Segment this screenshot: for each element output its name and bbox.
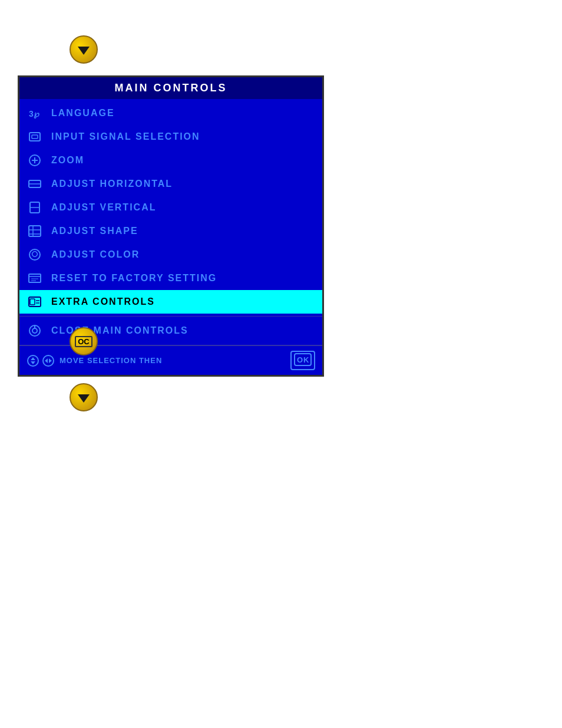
adjust-vertical-icon bbox=[27, 199, 43, 216]
close-main-icon bbox=[27, 322, 43, 339]
gold-circle-top[interactable] bbox=[70, 35, 98, 64]
svg-point-23 bbox=[32, 328, 37, 333]
menu-item-zoom[interactable]: ZOOM bbox=[19, 149, 322, 172]
reset-factory-label: RESET TO FACTORY SETTING bbox=[51, 273, 217, 284]
svg-marker-27 bbox=[31, 361, 35, 364]
svg-marker-29 bbox=[45, 358, 48, 363]
extra-controls-icon bbox=[27, 294, 43, 310]
adjust-shape-label: ADJUST SHAPE bbox=[51, 226, 138, 236]
gold-circle-bottom[interactable] bbox=[70, 383, 98, 411]
oc-text-icon: OC bbox=[75, 336, 92, 347]
menu-item-language[interactable]: 3℘ LANGUAGE bbox=[19, 101, 322, 125]
left-right-nav-icon bbox=[42, 354, 55, 367]
svg-rect-14 bbox=[29, 274, 41, 282]
oc-gold-circle[interactable]: OC bbox=[70, 327, 98, 355]
menu-list: 3℘ LANGUAGE INPUT SIGNAL SELECTION bbox=[19, 99, 322, 345]
svg-rect-2 bbox=[32, 135, 38, 139]
svg-marker-26 bbox=[31, 357, 35, 360]
menu-item-adjust-horizontal[interactable]: ADJUST HORIZONTAL bbox=[19, 172, 322, 196]
down-triangle-icon bbox=[78, 47, 90, 55]
adjust-horizontal-icon bbox=[27, 176, 43, 192]
menu-item-input-signal[interactable]: INPUT SIGNAL SELECTION bbox=[19, 125, 322, 149]
language-label: LANGUAGE bbox=[51, 108, 115, 118]
menu-item-extra-controls[interactable]: EXTRA CONTROLS bbox=[19, 290, 322, 314]
extra-controls-label: EXTRA CONTROLS bbox=[51, 297, 155, 307]
bottom-bar-label: MOVE SELECTION THEN bbox=[59, 356, 286, 365]
language-icon: 3℘ bbox=[27, 105, 43, 121]
input-signal-label: INPUT SIGNAL SELECTION bbox=[51, 131, 200, 142]
ok-icon: OK bbox=[294, 353, 312, 366]
oc-badge-button[interactable]: OC bbox=[70, 327, 98, 355]
input-signal-icon bbox=[27, 129, 43, 145]
bottom-bar: MOVE SELECTION THEN OK bbox=[19, 345, 322, 375]
menu-item-reset-factory[interactable]: RESET TO FACTORY SETTING bbox=[19, 266, 322, 290]
ok-badge: OK bbox=[290, 351, 315, 370]
svg-rect-1 bbox=[29, 133, 40, 141]
svg-text:OK: OK bbox=[297, 355, 310, 364]
nav-icons bbox=[27, 354, 55, 367]
svg-rect-19 bbox=[30, 299, 35, 305]
adjust-color-label: ADJUST COLOR bbox=[51, 249, 140, 260]
adjust-shape-icon bbox=[27, 223, 43, 239]
bottom-down-arrow-button[interactable] bbox=[70, 383, 98, 411]
menu-item-adjust-shape[interactable]: ADJUST SHAPE bbox=[19, 219, 322, 243]
menu-divider bbox=[19, 316, 322, 317]
svg-point-28 bbox=[43, 355, 54, 366]
up-down-nav-icon bbox=[27, 354, 39, 367]
svg-point-25 bbox=[28, 355, 38, 366]
down-triangle-icon-bottom bbox=[78, 394, 90, 403]
reset-factory-icon bbox=[27, 270, 43, 286]
panel-title: MAIN CONTROLS bbox=[19, 77, 322, 99]
zoom-icon bbox=[27, 152, 43, 169]
main-controls-panel: MAIN CONTROLS 3℘ LANGUAGE INPUT SIGNAL S… bbox=[18, 75, 324, 377]
svg-rect-10 bbox=[29, 226, 41, 236]
top-down-arrow-button[interactable] bbox=[70, 35, 98, 64]
adjust-horizontal-label: ADJUST HORIZONTAL bbox=[51, 179, 173, 189]
zoom-label: ZOOM bbox=[51, 155, 84, 166]
adjust-color-icon bbox=[27, 246, 43, 263]
menu-item-adjust-vertical[interactable]: ADJUST VERTICAL bbox=[19, 196, 322, 219]
adjust-vertical-label: ADJUST VERTICAL bbox=[51, 202, 156, 213]
menu-item-adjust-color[interactable]: ADJUST COLOR bbox=[19, 243, 322, 266]
menu-item-close[interactable]: CLOSE MAIN CONTROLS bbox=[19, 319, 322, 342]
svg-marker-30 bbox=[49, 358, 52, 363]
svg-text:3℘: 3℘ bbox=[29, 109, 39, 119]
